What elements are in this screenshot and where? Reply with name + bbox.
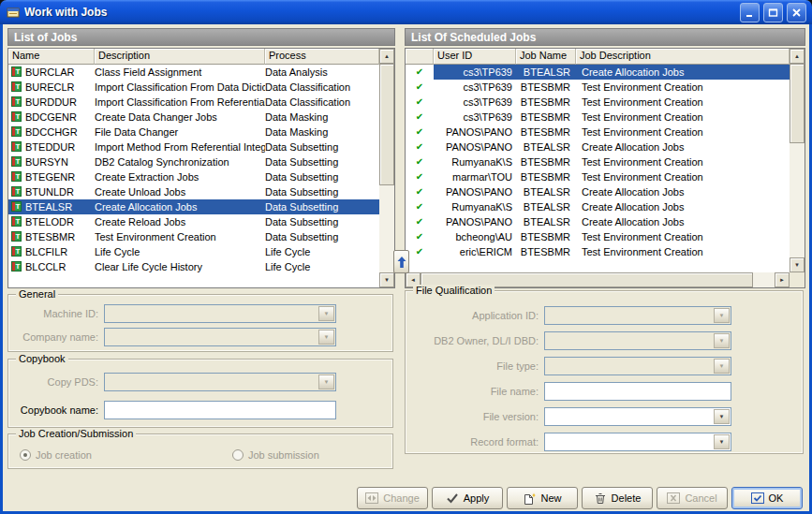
change-button[interactable]: Change xyxy=(357,487,428,509)
titlebar[interactable]: Work with Jobs xyxy=(0,0,812,24)
column-header-job-description[interactable]: Job Description xyxy=(576,49,790,65)
chevron-down-icon[interactable]: ▼ xyxy=(714,333,730,348)
scheduled-job-row[interactable]: ✔PANOS\PANOBTESBMRTest Environment Creat… xyxy=(406,125,790,140)
scroll-up-icon[interactable]: ▲ xyxy=(379,49,394,64)
chevron-down-icon[interactable]: ▼ xyxy=(318,306,334,321)
scheduled-job-row[interactable]: ✔PANOS\PANOBTEALSRCreate Allocation Jobs xyxy=(406,184,790,199)
company-name-combo[interactable]: ▼ xyxy=(104,328,336,346)
job-row[interactable]: TBTELODRCreate Reload JobsData Subsettin… xyxy=(8,214,379,229)
new-button[interactable]: New xyxy=(507,487,578,509)
scrollbar-thumb[interactable] xyxy=(790,64,805,143)
checkmark-icon: ✔ xyxy=(406,65,434,80)
close-button[interactable] xyxy=(787,3,806,22)
vertical-scrollbar[interactable]: ▲ ▼ xyxy=(790,49,805,272)
job-name-cell: BURECLR xyxy=(25,80,95,95)
copybook-group: Copybook Copy PDS: ▼ Copybook name: xyxy=(7,359,393,428)
job-name-cell: BDCGENR xyxy=(25,110,95,125)
copy-pds-combo[interactable]: ▼ xyxy=(104,373,336,391)
new-icon xyxy=(523,492,536,505)
job-row[interactable]: TBDCCHGRFile Data ChangerData Masking xyxy=(8,125,379,140)
column-header-description[interactable]: Description xyxy=(95,49,265,65)
scheduled-job-row[interactable]: ✔bcheong\AUBTESBMRTest Environment Creat… xyxy=(406,229,790,244)
job-row[interactable]: TBTESBMRTest Environment CreationData Su… xyxy=(8,229,379,244)
delete-button[interactable]: Delete xyxy=(582,487,653,509)
scheduled-job-row[interactable]: ✔cs3\TP639BTESBMRTest Environment Creati… xyxy=(406,80,790,95)
job-process-cell: Data Classification xyxy=(265,95,379,110)
job-row[interactable]: TBTEDDURImport Method From Referential I… xyxy=(8,140,379,154)
job-row[interactable]: TBURCLARClass Field AssignmentData Analy… xyxy=(8,65,379,80)
db2-owner-dbd-combo[interactable]: ▼ xyxy=(544,331,731,350)
job-row[interactable]: TBTUNLDRCreate Unload JobsData Subsettin… xyxy=(8,184,379,199)
job-name-cell: BTESBMR xyxy=(516,169,576,184)
copybook-name-input[interactable] xyxy=(104,401,336,419)
job-row[interactable]: TBTEGENRCreate Extraction JobsData Subse… xyxy=(8,169,379,184)
scheduled-job-row[interactable]: ✔cs3\TP639BTESBMRTest Environment Creati… xyxy=(406,95,790,110)
scheduled-job-row[interactable]: ✔marmar\TOUBTESBMRTest Environment Creat… xyxy=(406,169,790,184)
ok-button[interactable]: OK xyxy=(731,487,803,509)
combo-value xyxy=(105,329,317,345)
job-row[interactable]: TBURECLRImport Classification From Data … xyxy=(8,80,379,95)
chevron-down-icon[interactable]: ▼ xyxy=(318,330,334,345)
job-submission-label[interactable]: Job submission xyxy=(248,449,319,461)
scheduled-job-row[interactable]: ✔RumyanaK\SBTEALSRCreate Allocation Jobs xyxy=(406,199,790,214)
chevron-down-icon[interactable]: ▼ xyxy=(714,359,730,374)
record-format-combo[interactable]: ▼ xyxy=(544,433,731,451)
apply-button[interactable]: Apply xyxy=(432,487,503,509)
column-header-user-id[interactable]: User ID xyxy=(434,49,516,65)
column-header-job-name[interactable]: Job Name xyxy=(516,49,576,65)
checkmark-icon: ✔ xyxy=(406,80,434,95)
chevron-down-icon[interactable]: ▼ xyxy=(714,434,730,449)
file-version-label: File version: xyxy=(411,411,539,422)
scroll-up-icon[interactable]: ▲ xyxy=(790,49,805,64)
job-creation-label[interactable]: Job creation xyxy=(36,449,92,461)
job-process-cell: Data Masking xyxy=(265,125,379,140)
chevron-down-icon[interactable]: ▼ xyxy=(714,308,730,323)
job-row[interactable]: TBURSYNDB2 Catalog SynchronizationData S… xyxy=(8,154,379,169)
vertical-scrollbar[interactable]: ▲ ▼ xyxy=(379,49,394,287)
checkmark-icon: ✔ xyxy=(406,169,434,184)
job-name-cell: BTESBMR xyxy=(516,110,576,125)
job-name-cell: BTESBMR xyxy=(516,80,576,95)
job-row[interactable]: TBTEALSRCreate Allocation JobsData Subse… xyxy=(8,199,379,214)
job-row[interactable]: TBLCCLRClear Life Cycle HistoryLife Cycl… xyxy=(8,259,379,274)
scroll-right-icon[interactable]: ► xyxy=(775,272,790,287)
checkmark-icon: ✔ xyxy=(406,95,434,110)
column-header-process[interactable]: Process xyxy=(265,49,379,65)
scheduled-job-row[interactable]: ✔cs3\TP639BTESBMRTest Environment Creati… xyxy=(406,110,790,125)
job-process-cell: Data Analysis xyxy=(265,65,379,80)
job-name-cell: BTEALSR xyxy=(516,65,576,80)
maximize-button[interactable] xyxy=(763,3,783,22)
job-submission-radio[interactable] xyxy=(232,449,244,461)
file-type-combo[interactable]: ▼ xyxy=(544,357,731,375)
minimize-button[interactable] xyxy=(740,3,760,22)
application-id-combo[interactable]: ▼ xyxy=(544,306,731,325)
company-name-label: Company name: xyxy=(14,331,98,343)
scroll-down-icon[interactable]: ▼ xyxy=(379,272,394,287)
cancel-button[interactable]: Cancel xyxy=(657,487,728,509)
scheduled-job-row[interactable]: ✔PANOS\PANOBTEALSRCreate Allocation Jobs xyxy=(406,214,790,229)
scheduled-job-row[interactable]: ✔PANOS\PANOBTEALSRCreate Allocation Jobs xyxy=(406,140,790,154)
window-body: List of Jobs List Of Scheduled Jobs Name… xyxy=(0,24,812,514)
schedule-job-button[interactable] xyxy=(393,250,409,273)
file-name-input[interactable] xyxy=(544,382,731,401)
job-row[interactable]: TBDCGENRCreate Data Changer JobsData Mas… xyxy=(8,110,379,125)
job-row[interactable]: TBURDDURImport Classification From Refer… xyxy=(8,95,379,110)
column-header-check[interactable] xyxy=(406,49,434,65)
chevron-down-icon[interactable]: ▼ xyxy=(714,409,730,424)
scroll-down-icon[interactable]: ▼ xyxy=(790,257,805,272)
job-row[interactable]: TBLCFILRLife CycleLife Cycle xyxy=(8,244,379,259)
job-creation-radio[interactable] xyxy=(20,449,31,461)
file-version-combo[interactable]: ▼ xyxy=(544,407,731,426)
machine-id-combo[interactable]: ▼ xyxy=(104,304,336,323)
button-label: OK xyxy=(769,492,784,504)
job-name-cell: BTELODR xyxy=(25,214,95,229)
scheduled-job-row[interactable]: ✔eric\ERICMBTESBMRTest Environment Creat… xyxy=(406,244,790,259)
job-description-cell: Create Allocation Jobs xyxy=(576,140,790,154)
column-header-name[interactable]: Name xyxy=(8,49,95,65)
chevron-down-icon[interactable]: ▼ xyxy=(318,374,334,389)
job-description-cell: Create Allocation Jobs xyxy=(576,184,790,199)
maximize-icon xyxy=(768,7,778,18)
scheduled-job-row[interactable]: ✔cs3\TP639BTEALSRCreate Allocation Jobs xyxy=(406,65,790,80)
scheduled-job-row[interactable]: ✔RumyanaK\SBTESBMRTest Environment Creat… xyxy=(406,154,790,169)
scrollbar-thumb[interactable] xyxy=(379,64,394,185)
